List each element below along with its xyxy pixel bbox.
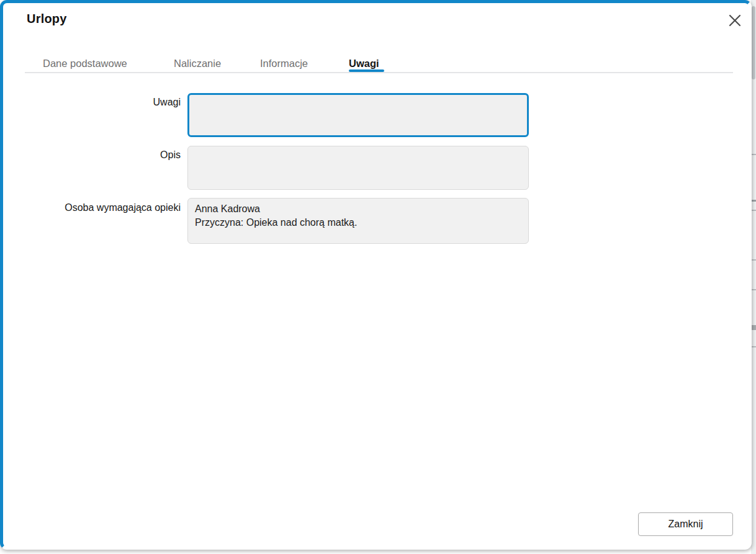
background-page-strip — [751, 0, 756, 554]
background-fragment — [751, 289, 756, 290]
background-fragment — [751, 346, 756, 347]
tab-dane-podstawowe[interactable]: Dane podstawowe — [43, 55, 127, 72]
opis-textarea[interactable] — [187, 146, 529, 190]
background-fragment — [751, 200, 756, 202]
uwagi-textarea[interactable] — [187, 93, 529, 137]
tabs-divider — [25, 72, 733, 73]
background-fragment — [751, 210, 756, 211]
osoba-line-2: Przyczyna: Opieka nad chorą matką. — [195, 216, 521, 230]
background-fragment — [751, 154, 756, 155]
osoba-readonly-box: Anna Kadrowa Przyczyna: Opieka nad chorą… — [187, 198, 529, 244]
uwagi-field-label: Uwagi — [25, 97, 181, 108]
osoba-line-1: Anna Kadrowa — [195, 202, 521, 216]
tab-naliczanie[interactable]: Naliczanie — [174, 55, 221, 72]
background-fragment — [751, 325, 756, 330]
background-fragment — [751, 259, 756, 261]
opis-field-label: Opis — [25, 150, 181, 161]
close-x-icon — [727, 13, 742, 28]
urlopy-dialog: Urlopy Dane podstawowe Naliczanie Inform… — [0, 0, 752, 550]
zamknij-button[interactable]: Zamknij — [638, 512, 733, 536]
osoba-field-label: Osoba wymagająca opieki — [25, 202, 181, 213]
close-dialog-button[interactable] — [725, 11, 745, 30]
dialog-title: Urlopy — [27, 12, 67, 26]
tab-informacje[interactable]: Informacje — [260, 55, 308, 72]
background-scrollbar-thumb — [752, 6, 755, 79]
